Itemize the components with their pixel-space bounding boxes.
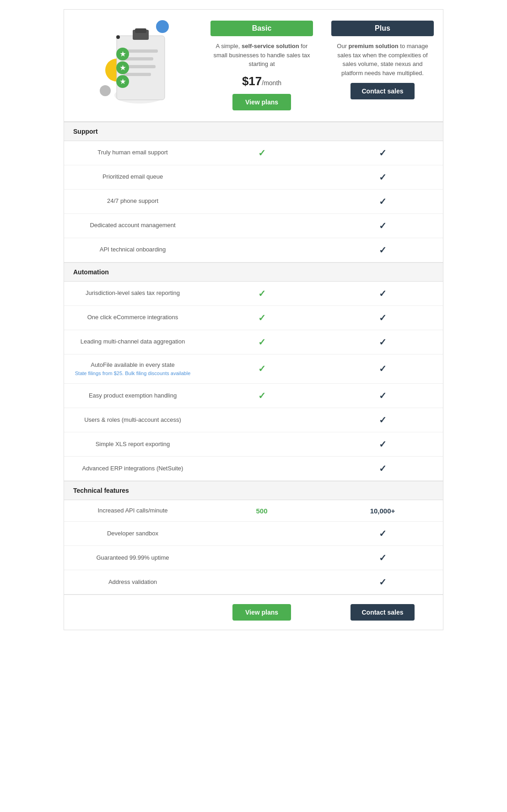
feature-row-1-3: AutoFile available in every stateState f… — [64, 354, 443, 384]
check-dark-icon: ✓ — [379, 220, 387, 231]
feature-row-2-0: Increased API calls/minute50010,000+ — [64, 500, 443, 522]
feature-name-1-1: One click eCommerce integrations — [64, 306, 201, 330]
feature-basic-2-0: 500 — [201, 500, 322, 521]
check-dark-icon: ✓ — [379, 390, 387, 401]
feature-basic-1-5 — [201, 408, 322, 432]
svg-rect-6 — [135, 28, 146, 33]
feature-plus-1-4: ✓ — [322, 384, 443, 408]
check-dark-icon: ✓ — [379, 172, 387, 183]
check-dark-icon: ✓ — [379, 312, 387, 323]
check-green-icon: ✓ — [258, 390, 266, 401]
feature-basic-1-0: ✓ — [201, 282, 322, 305]
check-green-icon: ✓ — [258, 147, 266, 158]
value-green: 500 — [256, 507, 267, 515]
feature-row-2-2: Guaranteed 99.99% uptime✓ — [64, 546, 443, 570]
feature-name-0-3: Dedicated account management — [64, 214, 201, 238]
feature-row-1-7: Advanced ERP integrations (NetSuite)✓ — [64, 457, 443, 481]
section-title-1: Automation — [64, 263, 443, 281]
feature-basic-0-2 — [201, 190, 322, 213]
section-title-2: Technical features — [64, 481, 443, 500]
feature-name-1-7: Advanced ERP integrations (NetSuite) — [64, 457, 201, 480]
feature-plus-2-0: 10,000+ — [322, 500, 443, 521]
check-green-icon: ✓ — [258, 363, 266, 374]
feature-basic-1-6 — [201, 432, 322, 456]
feature-row-1-2: Leading multi-channel data aggregation✓✓ — [64, 330, 443, 354]
feature-plus-1-2: ✓ — [322, 330, 443, 354]
feature-row-2-3: Address validation✓ — [64, 570, 443, 594]
section-title-0: Support — [64, 122, 443, 141]
feature-row-1-0: Jurisdiction-level sales tax reporting✓✓ — [64, 282, 443, 306]
basic-price: $17/month — [242, 74, 281, 88]
feature-plus-1-5: ✓ — [322, 408, 443, 432]
feature-basic-1-1: ✓ — [201, 306, 322, 330]
feature-name-2-3: Address validation — [64, 570, 201, 594]
feature-row-1-5: Users & roles (multi-account access)✓ — [64, 408, 443, 432]
check-dark-icon: ✓ — [379, 414, 387, 425]
feature-name-0-0: Truly human email support — [64, 141, 201, 165]
footer-contact-sales-button[interactable]: Contact sales — [351, 604, 414, 621]
svg-rect-10 — [124, 73, 151, 76]
check-green-icon: ✓ — [258, 288, 266, 299]
feature-basic-0-3 — [201, 214, 322, 238]
feature-name-1-6: Simple XLS report exporting — [64, 432, 201, 456]
plus-contact-sales-button[interactable]: Contact sales — [351, 83, 414, 99]
section-header-0: Support — [64, 122, 443, 141]
feature-name-1-5: Users & roles (multi-account access) — [64, 408, 201, 432]
check-dark-icon: ✓ — [379, 196, 387, 207]
illustration-cell: ★ ★ ★ — [64, 10, 201, 121]
feature-plus-1-1: ✓ — [322, 306, 443, 330]
feature-row-1-1: One click eCommerce integrations✓✓ — [64, 306, 443, 330]
feature-basic-1-7 — [201, 457, 322, 480]
clipboard-illustration: ★ ★ ★ — [92, 20, 174, 111]
feature-basic-2-2 — [201, 546, 322, 570]
svg-text:★: ★ — [120, 50, 126, 58]
feature-plus-1-6: ✓ — [322, 432, 443, 456]
footer-plus-cell: Contact sales — [322, 604, 443, 621]
feature-name-1-4: Easy product exemption handling — [64, 384, 201, 408]
footer-view-plans-button[interactable]: View plans — [232, 604, 291, 621]
section-header-1: Automation — [64, 262, 443, 282]
check-dark-icon: ✓ — [379, 463, 387, 474]
feature-name-2-0: Increased API calls/minute — [64, 500, 201, 521]
feature-row-0-0: Truly human email support✓✓ — [64, 141, 443, 165]
basic-view-plans-button[interactable]: View plans — [232, 94, 291, 110]
plus-plan-header: Plus Our premium solution to manage sale… — [322, 10, 443, 121]
feature-row-0-1: Prioritized email queue✓ — [64, 165, 443, 190]
feature-basic-2-1 — [201, 522, 322, 545]
value-dark: 10,000+ — [370, 507, 395, 515]
plus-title-bar: Plus — [331, 21, 434, 36]
header-row: ★ ★ ★ Basic A simple, self-service solut… — [64, 10, 443, 122]
feature-row-2-1: Developer sandbox✓ — [64, 522, 443, 546]
svg-text:★: ★ — [120, 64, 126, 71]
feature-basic-0-1 — [201, 165, 322, 189]
feature-row-1-6: Simple XLS report exporting✓ — [64, 432, 443, 457]
feature-row-0-3: Dedicated account management✓ — [64, 214, 443, 238]
footer-basic-cell: View plans — [201, 604, 322, 621]
footer-empty — [64, 604, 201, 621]
feature-plus-1-0: ✓ — [322, 282, 443, 305]
check-green-icon: ✓ — [258, 337, 266, 348]
feature-basic-1-3: ✓ — [201, 354, 322, 384]
feature-plus-2-2: ✓ — [322, 546, 443, 570]
svg-point-2 — [100, 85, 111, 96]
feature-name-2-2: Guaranteed 99.99% uptime — [64, 546, 201, 570]
check-dark-icon: ✓ — [379, 245, 387, 256]
svg-point-17 — [116, 35, 120, 39]
check-dark-icon: ✓ — [379, 439, 387, 450]
plus-description: Our premium solution to manage sales tax… — [331, 42, 434, 77]
svg-rect-8 — [124, 57, 153, 60]
svg-point-0 — [156, 20, 169, 33]
feature-plus-1-3: ✓ — [322, 354, 443, 384]
feature-name-0-4: API technical onboarding — [64, 238, 201, 262]
feature-plus-0-1: ✓ — [322, 165, 443, 189]
section-header-2: Technical features — [64, 481, 443, 500]
check-green-icon: ✓ — [258, 312, 266, 323]
feature-row-0-2: 24/7 phone support✓ — [64, 190, 443, 214]
feature-plus-2-3: ✓ — [322, 570, 443, 594]
sections-container: Support Truly human email support✓✓ Prio… — [64, 122, 443, 595]
feature-plus-2-1: ✓ — [322, 522, 443, 545]
feature-basic-0-0: ✓ — [201, 141, 322, 165]
check-dark-icon: ✓ — [379, 288, 387, 299]
feature-plus-0-3: ✓ — [322, 214, 443, 238]
feature-basic-0-4 — [201, 238, 322, 262]
